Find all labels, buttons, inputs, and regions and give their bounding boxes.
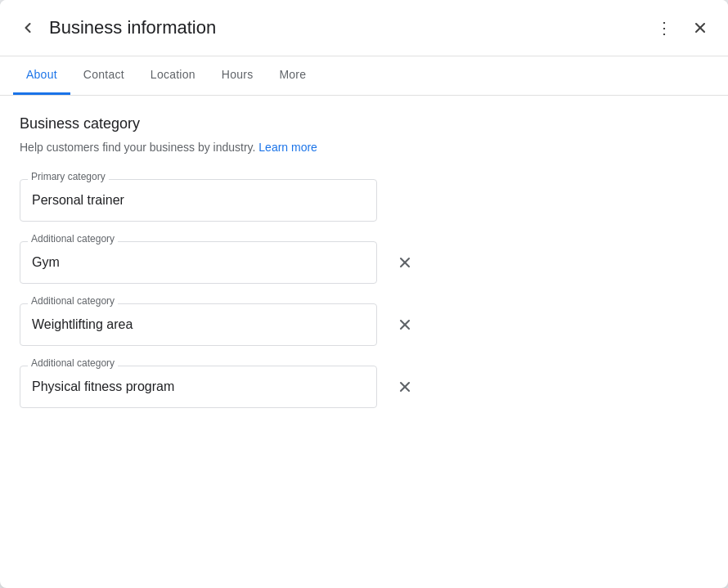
tab-hours[interactable]: Hours (209, 56, 267, 95)
remove-category-button-0[interactable] (390, 248, 420, 277)
more-icon: ⋮ (656, 18, 672, 38)
section-title: Business category (20, 115, 708, 132)
additional-category-label-1: Additional category (28, 295, 118, 307)
remove-category-button-2[interactable] (390, 372, 420, 402)
dialog-title: Business information (49, 17, 649, 38)
header-actions: ⋮ (649, 11, 715, 44)
business-information-dialog: Business information ⋮ About Contact Loc… (0, 0, 728, 588)
additional-category-group-0: Additional category (20, 241, 708, 284)
close-button[interactable] (685, 13, 715, 43)
tab-about[interactable]: About (13, 56, 70, 95)
additional-category-label-2: Additional category (28, 357, 118, 369)
tab-location[interactable]: Location (137, 56, 209, 95)
dialog-header: Business information ⋮ (0, 0, 728, 56)
tab-contact[interactable]: Contact (70, 56, 137, 95)
additional-category-group-2: Additional category (20, 366, 708, 408)
additional-category-wrapper-0: Additional category (20, 241, 377, 284)
primary-category-input[interactable] (20, 179, 377, 222)
additional-category-wrapper-1: Additional category (20, 303, 377, 346)
section-description: Help customers find your business by ind… (20, 139, 708, 156)
back-button[interactable] (13, 13, 43, 43)
additional-category-label-0: Additional category (28, 233, 118, 245)
remove-category-button-1[interactable] (390, 310, 420, 339)
tab-content: Business category Help customers find yo… (0, 96, 728, 588)
additional-category-input-2[interactable] (20, 366, 377, 408)
primary-category-label: Primary category (28, 171, 109, 182)
primary-category-group: Primary category (20, 179, 708, 222)
primary-category-wrapper: Primary category (20, 179, 377, 222)
additional-category-group-1: Additional category (20, 303, 708, 346)
more-options-button[interactable]: ⋮ (649, 11, 679, 44)
tab-more[interactable]: More (266, 56, 319, 95)
additional-category-wrapper-2: Additional category (20, 366, 377, 408)
tabs-bar: About Contact Location Hours More (0, 56, 728, 96)
learn-more-link[interactable]: Learn more (258, 141, 317, 154)
additional-category-input-0[interactable] (20, 241, 377, 284)
additional-category-input-1[interactable] (20, 303, 377, 346)
